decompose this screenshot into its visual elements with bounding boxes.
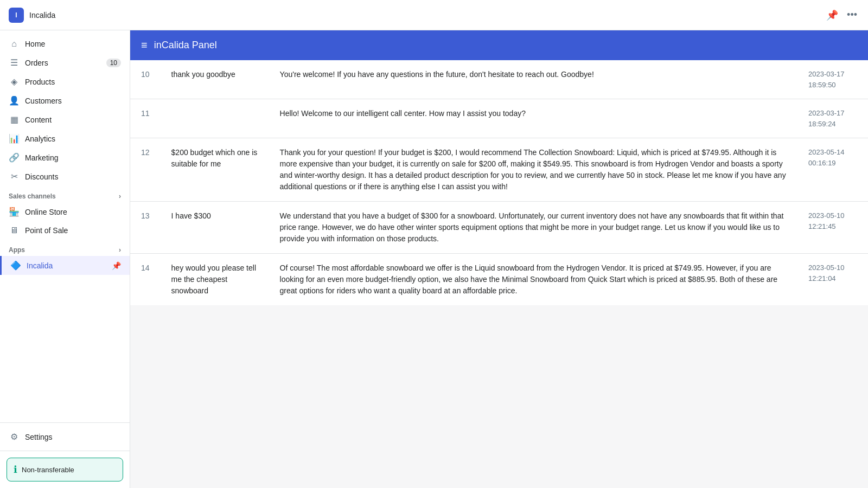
sidebar-nav: ⌂ Home ☰ Orders 10 ◈ Products 👤 Customer… bbox=[0, 30, 130, 422]
timestamp: 2023-05-10 12:21:04 bbox=[797, 254, 868, 306]
online-store-icon: 🏪 bbox=[9, 207, 20, 217]
apps-chevron[interactable]: › bbox=[119, 246, 121, 254]
discounts-icon: ✂ bbox=[9, 171, 20, 182]
sidebar-item-content[interactable]: ▦ Content bbox=[0, 110, 130, 129]
sidebar-item-orders[interactable]: ☰ Orders 10 bbox=[0, 53, 130, 72]
pos-icon: 🖥 bbox=[9, 226, 20, 235]
row-number: 14 bbox=[130, 254, 161, 306]
conversation-table-container: 10 thank you goodbye You're welcome! If … bbox=[130, 60, 868, 488]
more-icon[interactable]: ••• bbox=[845, 7, 859, 23]
sidebar-item-customers[interactable]: 👤 Customers bbox=[0, 91, 130, 110]
incalida-icon: 🔷 bbox=[10, 260, 21, 271]
settings-icon: ⚙ bbox=[9, 432, 20, 442]
top-bar: I Incalida 📌 ••• bbox=[0, 0, 868, 30]
sidebar-item-label: Marketing bbox=[25, 153, 58, 162]
sidebar-item-label: Discounts bbox=[25, 172, 58, 181]
sidebar-item-label: Incalida bbox=[27, 261, 53, 270]
timestamp: 2023-03-17 18:59:24 bbox=[797, 99, 868, 138]
orders-badge: 10 bbox=[106, 59, 121, 67]
bot-message: We understand that you have a budget of … bbox=[269, 202, 797, 254]
sidebar-item-products[interactable]: ◈ Products bbox=[0, 72, 130, 91]
sidebar-settings: ⚙ Settings bbox=[0, 422, 130, 451]
sales-channels-section: Sales channels › bbox=[0, 186, 130, 202]
table-row: 12 $200 budget which one is suitable for… bbox=[130, 138, 868, 202]
panel-title: inCalida Panel bbox=[154, 40, 217, 51]
panel-header: ≡ inCalida Panel bbox=[130, 30, 868, 60]
bot-message: You're welcome! If you have any question… bbox=[269, 60, 797, 99]
sidebar-item-home[interactable]: ⌂ Home bbox=[0, 35, 130, 53]
sidebar-item-settings[interactable]: ⚙ Settings bbox=[0, 427, 130, 446]
user-message bbox=[161, 99, 269, 138]
sidebar-item-incalida[interactable]: 🔷 Incalida 📌 bbox=[0, 256, 130, 275]
marketing-icon: 🔗 bbox=[9, 152, 20, 163]
table-row: 10 thank you goodbye You're welcome! If … bbox=[130, 60, 868, 99]
sidebar-item-marketing[interactable]: 🔗 Marketing bbox=[0, 148, 130, 167]
sales-channels-chevron[interactable]: › bbox=[119, 192, 121, 200]
sidebar-item-analytics[interactable]: 📊 Analytics bbox=[0, 129, 130, 148]
top-bar-actions: 📌 ••• bbox=[824, 7, 859, 23]
sidebar-item-label: Content bbox=[25, 115, 52, 124]
orders-icon: ☰ bbox=[9, 57, 20, 68]
non-transferable-label: Non-transferable bbox=[22, 466, 74, 474]
sidebar-item-discounts[interactable]: ✂ Discounts bbox=[0, 167, 130, 186]
bot-message: Hello! Welcome to our intelligent call c… bbox=[269, 99, 797, 138]
bot-message: Of course! The most affordable snowboard… bbox=[269, 254, 797, 306]
row-number: 11 bbox=[130, 99, 161, 138]
sidebar-item-label: Home bbox=[25, 40, 45, 48]
timestamp: 2023-03-17 18:59:50 bbox=[797, 60, 868, 99]
hamburger-icon[interactable]: ≡ bbox=[141, 39, 148, 52]
customers-icon: 👤 bbox=[9, 95, 20, 106]
table-row: 11 Hello! Welcome to our intelligent cal… bbox=[130, 99, 868, 138]
sidebar-item-label: Point of Sale bbox=[25, 226, 68, 235]
user-message: I have $300 bbox=[161, 202, 269, 254]
non-transferable-banner: ℹ Non-transferable bbox=[7, 458, 123, 481]
sidebar-item-label: Products bbox=[25, 78, 55, 86]
row-number: 12 bbox=[130, 138, 161, 202]
sidebar: ⌂ Home ☰ Orders 10 ◈ Products 👤 Customer… bbox=[0, 30, 130, 488]
app-logo: I bbox=[9, 8, 24, 23]
table-row: 14 hey would you please tell me the chea… bbox=[130, 254, 868, 306]
sidebar-footer: ℹ Non-transferable bbox=[0, 451, 130, 488]
home-icon: ⌂ bbox=[9, 39, 20, 49]
user-message: hey would you please tell me the cheapes… bbox=[161, 254, 269, 306]
apps-section: Apps › bbox=[0, 240, 130, 256]
products-icon: ◈ bbox=[9, 76, 20, 87]
pin-icon[interactable]: 📌 bbox=[824, 7, 840, 23]
incalida-pin-icon[interactable]: 📌 bbox=[112, 261, 121, 270]
user-message: thank you goodbye bbox=[161, 60, 269, 99]
timestamp: 2023-05-14 00:16:19 bbox=[797, 138, 868, 202]
main-content: ≡ inCalida Panel 10 thank you goodbye Yo… bbox=[130, 30, 868, 488]
sidebar-item-label: Customers bbox=[25, 97, 62, 105]
row-number: 13 bbox=[130, 202, 161, 254]
sidebar-item-point-of-sale[interactable]: 🖥 Point of Sale bbox=[0, 221, 130, 240]
sidebar-item-label: Orders bbox=[25, 59, 48, 67]
sidebar-item-online-store[interactable]: 🏪 Online Store bbox=[0, 202, 130, 221]
table-row: 13 I have $300 We understand that you ha… bbox=[130, 202, 868, 254]
sidebar-item-label: Settings bbox=[25, 433, 53, 441]
conversation-table: 10 thank you goodbye You're welcome! If … bbox=[130, 60, 868, 305]
content-icon: ▦ bbox=[9, 114, 20, 125]
app-name: Incalida bbox=[29, 11, 55, 20]
sidebar-item-label: Online Store bbox=[25, 208, 67, 216]
bot-message: Thank you for your question! If your bud… bbox=[269, 138, 797, 202]
info-icon: ℹ bbox=[14, 464, 17, 476]
sidebar-item-label: Analytics bbox=[25, 134, 55, 143]
table-wrapper: 10 thank you goodbye You're welcome! If … bbox=[130, 60, 868, 305]
timestamp: 2023-05-10 12:21:45 bbox=[797, 202, 868, 254]
analytics-icon: 📊 bbox=[9, 133, 20, 144]
user-message: $200 budget which one is suitable for me bbox=[161, 138, 269, 202]
row-number: 10 bbox=[130, 60, 161, 99]
